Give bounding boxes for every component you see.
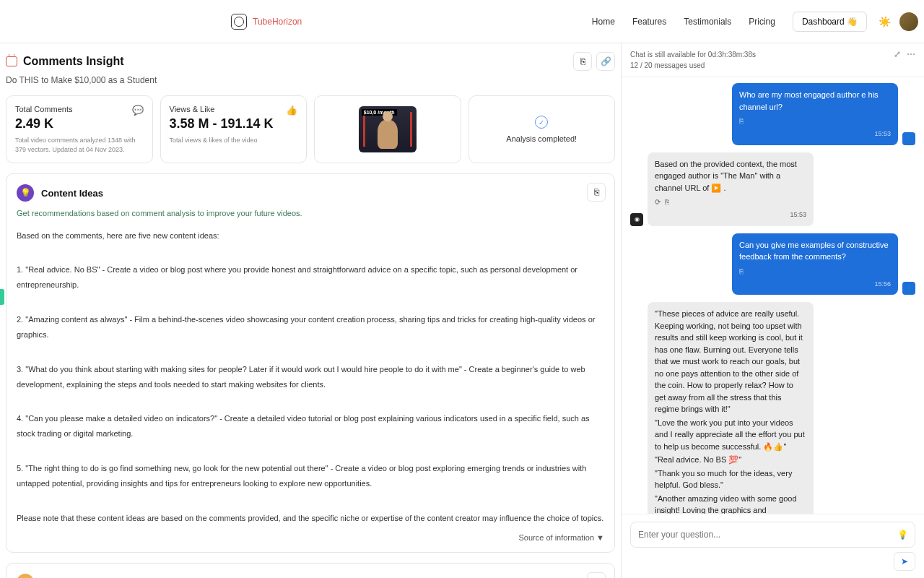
- page-title: Comments Insight: [23, 55, 124, 68]
- stat-value: 2.49 K: [15, 116, 144, 131]
- copy-icon[interactable]: ⎘: [665, 197, 669, 207]
- stat-desc: Total views & likes of the video: [170, 136, 298, 145]
- video-thumbnail[interactable]: $10,0 /month: [359, 106, 417, 152]
- copy-section-button[interactable]: ⎘: [587, 183, 606, 202]
- bot-avatar-icon: ◉: [630, 213, 643, 226]
- views-likes-card: 👍 Views & Like 3.58 M - 191.14 K Total v…: [160, 95, 308, 163]
- user-avatar-icon: 👤: [902, 132, 915, 145]
- more-icon[interactable]: ⋯: [907, 49, 915, 59]
- copy-icon[interactable]: ⎘: [739, 266, 744, 277]
- top-nav: Home Features Testimonials Pricing Dashb…: [592, 12, 867, 32]
- content-ideas-section: ⎘ 💡 Content Ideas Get recommendations ba…: [6, 173, 615, 553]
- section-title: Content Ideas: [41, 188, 103, 199]
- user-message-row: Can you give me examples of constructive…: [630, 233, 915, 296]
- side-pill: [0, 289, 4, 305]
- brand-name: TubeHorizon: [253, 17, 302, 27]
- chat-input[interactable]: [630, 522, 915, 548]
- user-avatar[interactable]: [899, 12, 918, 31]
- message-actions: ⎘: [739, 116, 891, 126]
- idea-item: 5. "The right thing to do is go find som…: [17, 461, 604, 491]
- message-time: 15:53: [739, 129, 891, 139]
- idea-item: 2. "Amazing content as always" - Film a …: [17, 312, 604, 342]
- message-text: Based on the provided context, the most …: [655, 158, 806, 194]
- message-bubble: Based on the provided context, the most …: [648, 152, 814, 226]
- chat-messages[interactable]: Who are my most engaged author e his cha…: [622, 77, 924, 514]
- thumbs-up-icon: 👍: [286, 105, 297, 116]
- comment-icon: 💬: [132, 105, 144, 116]
- ideas-note: Please note that these content ideas are…: [17, 511, 604, 526]
- logo[interactable]: TubeHorizon: [231, 14, 302, 30]
- dashboard-button[interactable]: Dashboard 👋: [793, 12, 867, 32]
- message-actions: ⎘: [739, 266, 891, 277]
- page-subtitle: Do THIS to Make $10,000 as a Student: [6, 75, 615, 85]
- user-avatar-icon: 👤: [902, 282, 915, 295]
- idea-item: 1. "Real advice. No BS" - Create a video…: [17, 262, 604, 293]
- expand-icon[interactable]: ⤢: [894, 49, 901, 59]
- user-message-row: Who are my most engaged author e his cha…: [630, 83, 915, 145]
- ideas-intro: Based on the comments, here are five new…: [17, 228, 604, 243]
- chat-sidebar: Chat is still available for 0d:3h:38m:38…: [621, 43, 924, 578]
- quote-line: "Love the work you put into your videos …: [655, 417, 806, 453]
- bot-message-row: ◉"These pieces of advice are really usef…: [630, 302, 915, 514]
- copy-icon[interactable]: ⎘: [739, 116, 744, 126]
- nav-features[interactable]: Features: [632, 17, 666, 27]
- quote-line: "Real advice. No BS 💯": [655, 454, 806, 466]
- copy-page-button[interactable]: ⎘: [573, 52, 592, 71]
- theme-toggle-icon[interactable]: ☀️: [879, 16, 891, 27]
- hint-icon[interactable]: 💡: [897, 530, 908, 540]
- chat-status-time: Chat is still available for 0d:3h:38m:38…: [630, 49, 756, 60]
- message-actions: ⟳ ⎘: [655, 197, 806, 207]
- nav-home[interactable]: Home: [592, 17, 615, 27]
- stat-label: Views & Like: [170, 105, 298, 113]
- message-bubble: Can you give me examples of constructive…: [732, 233, 898, 296]
- app-header: TubeHorizon Home Features Testimonials P…: [0, 0, 924, 43]
- source-info-toggle[interactable]: Source of information ▼: [17, 533, 604, 542]
- logo-mark-icon: [231, 14, 247, 30]
- bot-message-row: ◉Based on the provided context, the most…: [630, 152, 915, 226]
- status-text: Analysis completed!: [506, 134, 577, 143]
- idea-item: 4. "Can you please make a detailed video…: [17, 411, 604, 441]
- quote-line: "Thank you so much for the ideas, very h…: [655, 467, 806, 491]
- send-button[interactable]: ➤: [894, 552, 915, 571]
- humor-icon: 😊: [17, 574, 34, 578]
- humor-section: ⎘ 😊 Humor This section aggregates and di…: [6, 563, 615, 578]
- refresh-icon[interactable]: ⟳: [655, 197, 661, 207]
- analysis-status-card: ✓ Analysis completed!: [468, 95, 616, 163]
- quote-line: "Another amazing video with some good in…: [655, 493, 806, 514]
- message-text: Who are my most engaged author e his cha…: [739, 89, 891, 113]
- nav-pricing[interactable]: Pricing: [749, 17, 775, 27]
- copy-section-button[interactable]: ⎘: [587, 572, 606, 578]
- check-circle-icon: ✓: [535, 116, 548, 129]
- message-text: Can you give me examples of constructive…: [739, 239, 891, 263]
- lightbulb-icon: 💡: [17, 184, 34, 202]
- chat-status-usage: 12 / 20 messages used: [630, 60, 756, 71]
- message-time: 15:53: [655, 210, 806, 220]
- section-desc: Get recommendations based on comment ana…: [17, 207, 604, 220]
- total-comments-card: 💬 Total Comments 2.49 K Total video comm…: [6, 95, 153, 163]
- stat-desc: Total video comments analyzed 1348 with …: [15, 136, 144, 154]
- message-bubble: Who are my most engaged author e his cha…: [732, 83, 898, 145]
- video-thumbnail-card: $10,0 /month: [314, 95, 461, 163]
- link-button[interactable]: 🔗: [596, 52, 615, 71]
- stat-value: 3.58 M - 191.14 K: [170, 116, 298, 131]
- message-time: 15:56: [739, 280, 891, 290]
- quote-line: "These pieces of advice are really usefu…: [655, 308, 806, 415]
- nav-testimonials[interactable]: Testimonials: [684, 17, 731, 27]
- tv-icon: [6, 56, 17, 66]
- message-bubble: "These pieces of advice are really usefu…: [648, 302, 814, 514]
- stat-label: Total Comments: [15, 105, 144, 113]
- idea-item: 3. "What do you think about starting wit…: [17, 362, 604, 392]
- main-content: Comments Insight ⎘ 🔗 Do THIS to Make $10…: [0, 43, 621, 578]
